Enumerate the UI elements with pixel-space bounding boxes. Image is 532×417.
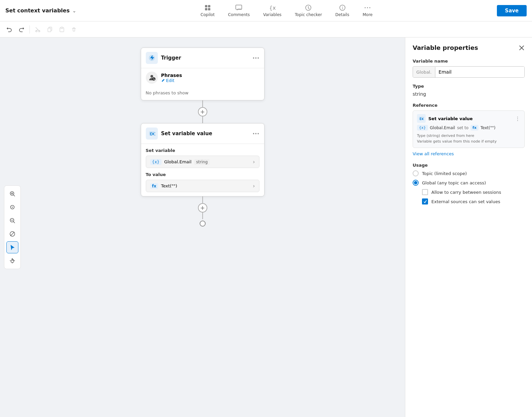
title-chevron-icon[interactable]: ⌄ [72,8,76,13]
no-action-button[interactable] [6,228,18,240]
main-content: Trigger ··· ✎ Phrases [0,37,532,417]
svg-text:{x}: {x} [149,132,155,136]
end-node [200,221,206,227]
svg-text:i: i [342,6,343,10]
var-name-input[interactable] [435,67,524,77]
add-node-button-1[interactable]: + [198,107,207,116]
topic-scope-radio-row: Topic (limited scope) [413,170,525,176]
redo-icon [19,27,24,32]
svg-rect-15 [48,28,51,32]
variable-field[interactable]: {x} Global.Email string › [146,156,259,168]
trigger-node-title: Trigger [161,55,249,61]
view-all-references-link[interactable]: View all references [413,151,454,156]
center-icon [9,204,15,210]
topic-scope-label: Topic (limited scope) [422,171,467,176]
lightning-icon [148,55,155,61]
var-prefix: Global. [413,67,435,77]
canvas-area[interactable]: Trigger ··· ✎ Phrases [0,37,405,417]
redo-button[interactable] [16,24,27,35]
var-name-section-label: Variable name [413,59,525,64]
close-panel-button[interactable] [519,45,525,51]
more-action[interactable]: More [360,3,375,18]
no-action-icon [9,231,15,237]
topbar-left: Set context variables ⌄ [5,7,76,14]
phrases-section: ✎ Phrases Edit [141,68,264,87]
fx-tag: fx [150,183,158,189]
svg-rect-2 [205,8,207,10]
cut-button[interactable] [32,24,43,35]
topic-checker-label: Topic checker [295,12,322,17]
comments-icon [235,4,242,11]
checkmark-icon [423,200,427,203]
toolbar [0,21,532,37]
external-sources-row: External sources can set values [422,198,525,204]
phrases-icon: ✎ [146,72,158,84]
global-scope-radio[interactable] [413,180,419,186]
select-button[interactable] [6,241,18,253]
svg-point-10 [367,7,368,8]
trigger-node-more[interactable]: ··· [252,55,259,62]
usage-section-label: Usage [413,163,525,168]
close-icon [519,45,525,51]
svg-line-26 [14,222,15,223]
zoom-out-button[interactable] [6,215,18,227]
to-value-label: To value [146,172,259,177]
to-value-field[interactable]: fx Text("") › [146,180,259,192]
pan-button[interactable] [6,255,18,267]
ref-icon-box: {x} [417,114,426,123]
delete-icon [71,27,77,32]
panel-title: Variable properties [413,44,478,51]
comments-action[interactable]: Comments [225,3,252,18]
svg-point-11 [369,7,370,8]
reference-box: {x} Set variable value ⋮ {x} Global.Emai… [413,110,525,148]
trigger-node-header: Trigger ··· [141,48,264,68]
copy-button[interactable] [44,24,55,35]
svg-rect-17 [61,27,63,28]
svg-line-28 [10,232,14,236]
vline-1 [202,100,203,107]
more-label: More [362,12,373,17]
topic-scope-radio[interactable] [413,170,419,176]
copilot-icon [204,4,211,11]
external-sources-checkbox[interactable] [422,198,428,204]
set-variable-node[interactable]: {x} Set variable value ··· Set variable … [141,123,264,196]
vline-4 [202,213,203,219]
save-button[interactable]: Save [497,5,527,16]
var-name-input-row: Global. [413,66,525,78]
to-value-chevron-icon: › [253,183,255,189]
topic-checker-action[interactable]: Topic checker [292,3,325,18]
phrases-edit-link[interactable]: Edit [161,78,182,83]
ref-fx-tag: fx [470,125,478,131]
topic-checker-icon [305,4,312,11]
edit-icon [161,78,165,82]
carry-between-sessions-checkbox[interactable] [422,189,428,195]
undo-button[interactable] [4,24,15,35]
delete-button[interactable] [69,24,79,35]
ref-set-to: set to [457,126,468,130]
svg-line-21 [14,195,15,196]
zoom-out-icon [9,218,15,224]
copilot-action[interactable]: Copilot [198,3,217,18]
select-icon [9,244,15,250]
trigger-node[interactable]: Trigger ··· ✎ Phrases [141,48,264,100]
add-node-button-2[interactable]: + [198,203,207,213]
type-section: Type string [413,84,525,97]
center-button[interactable] [6,201,18,213]
ref-more-icon[interactable]: ⋮ [515,115,520,122]
paste-button[interactable] [57,24,67,35]
svg-rect-1 [208,5,210,7]
ref-title: Set variable value [428,116,512,121]
vline-2 [202,116,203,123]
variables-action[interactable]: {x} Variables [260,3,284,18]
set-variable-more[interactable]: ··· [252,130,259,137]
canvas-nodes: Trigger ··· ✎ Phrases [0,37,405,417]
field-chevron-icon: › [253,159,255,165]
carry-between-sessions-row: Allow to carry between sessions [422,189,525,195]
phrases-empty-text: No phrases to show [141,87,264,100]
details-action[interactable]: i Details [333,3,352,18]
variable-icon: {x} [148,130,155,137]
variable-field-name: Global.Email [164,159,192,164]
carry-between-sessions-label: Allow to carry between sessions [431,190,501,195]
zoom-in-button[interactable] [6,188,18,200]
set-variable-header: {x} Set variable value ··· [141,123,264,144]
